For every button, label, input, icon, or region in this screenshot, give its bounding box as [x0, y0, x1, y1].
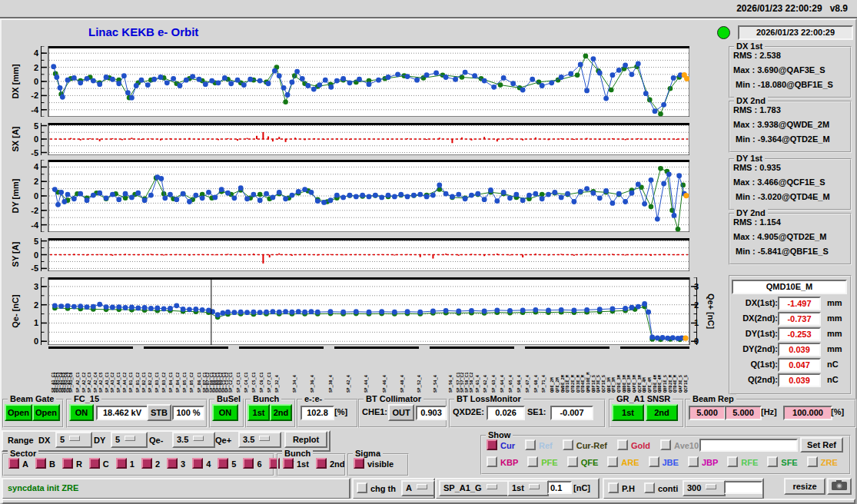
checkbox[interactable]	[141, 458, 152, 469]
checkbox[interactable]	[218, 458, 228, 469]
snsr-1st-button[interactable]: 1st	[612, 404, 644, 421]
resize-button[interactable]: resize	[784, 478, 825, 495]
show-series-row-1: CurRefCur-RefGoldAve10	[487, 439, 699, 450]
checkbox[interactable]	[727, 456, 738, 467]
ph-checkbox[interactable]	[608, 482, 619, 493]
show-checkbox-sfe[interactable]: SFE	[767, 456, 797, 467]
option-menu-bar-icon	[487, 484, 497, 489]
sector-checkbox-r[interactable]: R	[62, 458, 82, 469]
checkbox[interactable]	[89, 458, 100, 469]
sector-checkbox-2[interactable]: 2	[141, 458, 160, 469]
range-dy-select[interactable]: 5	[111, 432, 148, 448]
ph-extra-input[interactable]	[724, 481, 762, 494]
show-checkbox-jbp[interactable]: JBP	[688, 456, 718, 467]
conti-checkbox-item[interactable]: conti	[644, 482, 678, 493]
checkbox[interactable]	[527, 456, 538, 467]
sigma-checkbox-visible[interactable]: visible	[354, 458, 394, 469]
che1-state-button[interactable]: OUT	[388, 404, 414, 421]
show-checkbox-are[interactable]: ARE	[607, 456, 639, 467]
bunch-2nd-button[interactable]: 2nd	[270, 404, 292, 421]
chg-th-checkbox-item[interactable]: chg th	[357, 482, 396, 493]
show-checkbox-zre[interactable]: ZRE	[807, 456, 838, 467]
chg-th-select[interactable]: A	[401, 480, 435, 496]
set-ref-button[interactable]: Set Ref	[800, 437, 843, 453]
sx-steering-plot[interactable]	[39, 123, 689, 155]
checkbox[interactable]	[567, 456, 578, 467]
show-checkbox-cur-ref[interactable]: Cur-Ref	[563, 439, 607, 450]
sector-checkbox-1[interactable]: 1	[116, 458, 135, 469]
range-qe-minus-select[interactable]: 3.5	[172, 432, 215, 448]
bpm-name-label: SP_C4_C1	[244, 373, 248, 393]
sector-checkbox-4[interactable]: 4	[192, 458, 211, 469]
snsr-2nd-button[interactable]: 2nd	[646, 404, 678, 421]
checkbox[interactable]	[8, 458, 19, 469]
checkbox[interactable]	[660, 439, 671, 450]
bpm-name-label: SP_65_4	[508, 375, 513, 393]
monitor-row-label: Q(2nd):	[748, 375, 778, 384]
chg-th-checkbox[interactable]	[357, 482, 367, 493]
busel-on-button[interactable]: ON	[212, 404, 238, 421]
conti-checkbox[interactable]	[644, 482, 655, 493]
beam-gate-open-button-1[interactable]: Open	[5, 404, 32, 421]
checkbox[interactable]	[35, 458, 46, 469]
checkbox[interactable]	[649, 456, 659, 467]
show-checkbox-ave10[interactable]: Ave10	[660, 439, 699, 450]
points-select[interactable]: 300	[683, 480, 726, 496]
bunch-checkbox-1st[interactable]: 1st	[283, 458, 309, 469]
bpm-name-label: SP_46_4	[382, 375, 387, 393]
sector-checkbox-a[interactable]: A	[8, 458, 28, 469]
sy-steering-plot[interactable]	[39, 238, 689, 271]
checkbox[interactable]	[243, 458, 254, 469]
checkbox[interactable]	[767, 456, 778, 467]
replot-button[interactable]: Replot	[284, 431, 327, 448]
checkbox[interactable]	[62, 458, 73, 469]
ph-checkbox-item[interactable]: P.H	[608, 482, 635, 493]
sector-checkbox-b[interactable]: B	[35, 458, 55, 469]
show-checkbox-pfe[interactable]: PFE	[527, 456, 557, 467]
show-checkbox-gold[interactable]: Gold	[617, 439, 650, 450]
bunch-checkbox-2nd[interactable]: 2nd	[316, 458, 345, 469]
checkbox[interactable]	[487, 456, 497, 467]
busel-title: BuSel	[214, 394, 243, 404]
sector-checkbox-3[interactable]: 3	[167, 458, 185, 469]
checkbox[interactable]	[283, 458, 294, 469]
show-checkbox-jbe[interactable]: JBE	[649, 456, 679, 467]
show-checkbox-ref[interactable]: Ref	[525, 439, 553, 450]
bottom-resize-strip[interactable]	[2, 499, 855, 504]
screenshot-button[interactable]	[827, 478, 852, 495]
tick-label: -5	[31, 148, 38, 158]
dy-orbit-plot[interactable]	[39, 160, 689, 232]
checkbox[interactable]	[487, 439, 497, 450]
checkbox[interactable]	[192, 458, 203, 469]
sp-monitor-select[interactable]: SP_A1_G	[439, 480, 510, 496]
checkbox[interactable]	[525, 439, 536, 450]
show-checkbox-rfe[interactable]: RFE	[727, 456, 758, 467]
beam-gate-open-button-2[interactable]: Open	[32, 404, 60, 421]
sector-checkbox-5[interactable]: 5	[218, 458, 236, 469]
checkbox[interactable]	[617, 439, 628, 450]
fc15-group: FC_15 ON 18.462 kV STB 100 %	[66, 399, 208, 428]
checkbox[interactable]	[688, 456, 699, 467]
charge-plot[interactable]	[39, 277, 699, 345]
checkbox[interactable]	[316, 458, 327, 469]
show-checkbox-kbp[interactable]: KBP	[487, 456, 518, 467]
checkbox[interactable]	[807, 456, 818, 467]
ref-name-input[interactable]	[699, 439, 798, 452]
threshold-input[interactable]	[547, 481, 572, 494]
dx-orbit-plot[interactable]	[39, 46, 689, 117]
sector-checkbox-6[interactable]: 6	[243, 458, 261, 469]
sp-bunch-select[interactable]: 1st	[507, 480, 549, 496]
range-qe-plus-select[interactable]: 3.5	[238, 432, 281, 448]
bunch-1st-button[interactable]: 1st	[247, 404, 270, 421]
checkbox[interactable]	[563, 439, 573, 450]
fc15-stb-button[interactable]: STB	[147, 404, 171, 421]
checkbox[interactable]	[354, 458, 364, 469]
checkbox[interactable]	[116, 458, 127, 469]
checkbox[interactable]	[167, 458, 178, 469]
show-checkbox-qfe[interactable]: QFE	[567, 456, 599, 467]
checkbox[interactable]	[607, 456, 618, 467]
range-dx-select[interactable]: 5	[55, 432, 92, 448]
fc15-on-button[interactable]: ON	[69, 404, 94, 421]
show-checkbox-cur[interactable]: Cur	[487, 439, 515, 450]
sector-checkbox-c[interactable]: C	[89, 458, 109, 469]
